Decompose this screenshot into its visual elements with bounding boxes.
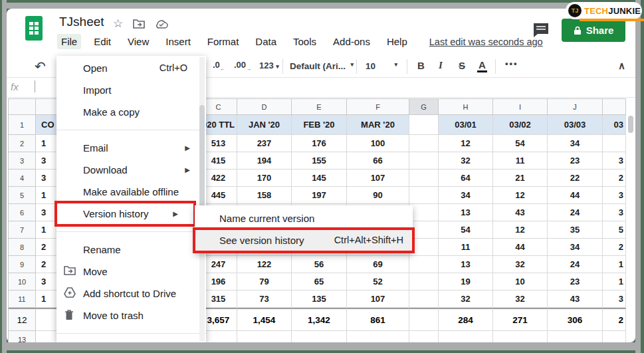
document-title[interactable]: TJsheet [59, 15, 104, 29]
grid-cell[interactable]: 66 [347, 152, 409, 170]
grid-cell[interactable]: 12 [493, 221, 548, 239]
grid-cell[interactable]: 194 [237, 152, 292, 170]
file-menu-item-add-shortcut-to-drive[interactable]: Add shortcut to Drive [56, 283, 206, 304]
number-format-button[interactable]: 123 ▾ [259, 60, 279, 70]
grid-cell[interactable] [409, 331, 439, 343]
decrease-decimal-icon[interactable]: .0← [213, 60, 225, 72]
column-header-g[interactable]: G [409, 99, 439, 115]
grid-cell[interactable]: 32 [439, 291, 493, 308]
grid-cell[interactable]: FEB '20 [292, 115, 347, 135]
google-sheets-logo-icon[interactable] [25, 16, 43, 41]
bold-button[interactable]: B [417, 60, 425, 71]
menu-view[interactable]: View [124, 34, 153, 49]
file-menu-item-open[interactable]: OpenCtrl+O [56, 57, 206, 79]
grid-cell[interactable] [409, 308, 439, 331]
grid-cell[interactable] [409, 256, 439, 273]
column-header-h[interactable]: H [439, 99, 493, 115]
grid-cell[interactable]: 1,342 [292, 308, 347, 331]
grid-cell[interactable]: 32 [493, 291, 548, 308]
grid-cell[interactable]: 3 [603, 187, 626, 204]
grid-cell[interactable]: 158 [237, 187, 292, 204]
grid-cell[interactable]: 861 [347, 308, 409, 331]
font-select[interactable]: Default (Ari...▾ [290, 61, 354, 71]
file-menu-item-version-history[interactable]: Version history▶ [56, 203, 194, 225]
menu-edit[interactable]: Edit [90, 34, 115, 49]
grid-cell[interactable]: 11 [493, 152, 548, 170]
grid-cell[interactable]: 34 [439, 187, 493, 204]
grid-cell[interactable]: 10 [493, 273, 548, 291]
row-header-4[interactable]: 4 [9, 170, 36, 187]
grid-cell[interactable]: 197 [292, 187, 347, 204]
grid-cell[interactable]: 2 [603, 170, 626, 187]
row-header-11[interactable]: 11 [9, 291, 36, 308]
grid-cell[interactable] [409, 170, 439, 187]
column-header-f[interactable]: F [347, 99, 409, 115]
grid-cell[interactable] [409, 187, 439, 204]
grid-cell[interactable]: 3 [603, 291, 626, 308]
grid-cell[interactable]: 03/02 [493, 115, 548, 135]
row-header-3[interactable]: 3 [9, 152, 36, 170]
move-folder-icon[interactable] [133, 19, 145, 29]
grid-cell[interactable]: 12 [439, 135, 493, 152]
row-header-8[interactable]: 8 [9, 239, 36, 256]
formula-input-cursor[interactable] [35, 80, 35, 92]
row-header-9[interactable]: 9 [9, 256, 36, 273]
grid-cell[interactable]: 107 [347, 291, 409, 308]
sheet-vertical-scrollbar[interactable] [628, 116, 633, 133]
file-menu-item-move[interactable]: Move [56, 261, 206, 283]
last-edit-link[interactable]: Last edit was seconds ago [429, 37, 543, 47]
grid-cell[interactable]: 21 [493, 170, 548, 187]
grid-cell[interactable] [603, 135, 626, 152]
row-header-10[interactable]: 10 [9, 273, 36, 291]
collapse-toolbar-icon[interactable]: ∧ [618, 60, 625, 72]
menu-format[interactable]: Format [203, 34, 243, 49]
row-header-2[interactable]: 2 [9, 135, 36, 152]
grid-cell[interactable]: 03/01 [439, 115, 493, 135]
grid-cell[interactable] [409, 291, 439, 308]
grid-cell[interactable]: 1 [603, 256, 626, 273]
grid-cell[interactable]: 03 [603, 115, 626, 135]
file-menu-item-move-to-trash[interactable]: Move to trash [56, 304, 206, 326]
grid-cell[interactable] [409, 239, 439, 256]
row-header-5[interactable]: 5 [9, 187, 36, 204]
comment-icon[interactable] [532, 22, 550, 38]
menu-help[interactable]: Help [383, 34, 411, 49]
italic-button[interactable]: I [439, 60, 443, 71]
grid-cell[interactable] [409, 204, 439, 221]
file-menu-item-import[interactable]: Import [56, 79, 206, 101]
grid-cell[interactable]: 35 [548, 221, 603, 239]
file-menu-item-make-available-offline[interactable]: Make available offline [56, 181, 206, 203]
undo-icon[interactable]: ↶ [35, 59, 46, 74]
grid-cell[interactable]: 155 [292, 152, 347, 170]
menu-tools[interactable]: Tools [289, 34, 320, 49]
grid-cell[interactable]: 271 [493, 308, 548, 331]
grid-cell[interactable] [603, 331, 626, 343]
column-header-e[interactable]: E [292, 99, 347, 115]
grid-cell[interactable]: 170 [237, 170, 292, 187]
grid-cell[interactable]: 19 [439, 273, 493, 291]
submenu-item-name-current-version[interactable]: Name current version [195, 207, 413, 229]
grid-cell[interactable]: 64 [439, 170, 493, 187]
text-color-button[interactable]: A [477, 59, 487, 72]
grid-cell[interactable] [439, 331, 493, 343]
grid-cell[interactable]: 24 [548, 204, 603, 221]
grid-cell[interactable]: 23 [548, 152, 603, 170]
grid-cell[interactable]: 23 [548, 273, 603, 291]
grid-cell[interactable]: 43 [493, 204, 548, 221]
grid-cell[interactable]: 11 [439, 239, 493, 256]
row-header-1[interactable]: 1 [9, 115, 36, 135]
submenu-item-see-version-history[interactable]: See version historyCtrl+Alt+Shift+H [195, 229, 413, 251]
menu-data[interactable]: Data [251, 34, 280, 49]
row-header-7[interactable]: 7 [9, 221, 36, 239]
grid-cell[interactable]: MAR '20 [347, 115, 409, 135]
grid-cell[interactable]: 3 [603, 152, 626, 170]
grid-cell[interactable]: JAN '20 [237, 115, 292, 135]
grid-cell[interactable]: 3 [603, 204, 626, 221]
menu-file[interactable]: File [57, 34, 81, 49]
grid-cell[interactable]: 1 [603, 273, 626, 291]
column-header-i[interactable]: I [493, 99, 548, 115]
file-menu-item-download[interactable]: Download▶ [56, 159, 206, 181]
star-icon[interactable]: ☆ [113, 17, 123, 31]
grid-cell[interactable]: 79 [237, 273, 292, 291]
grid-cell[interactable] [347, 331, 409, 343]
